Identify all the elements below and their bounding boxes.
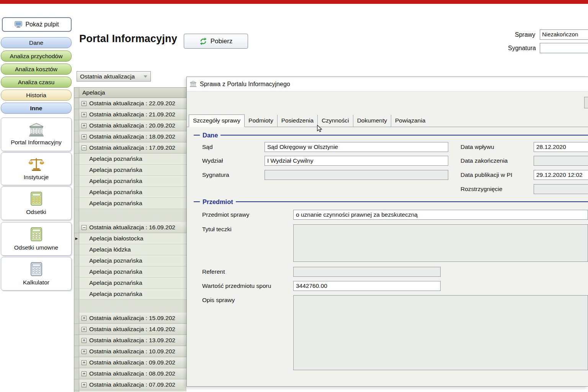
sidebar-item-historia[interactable]: Historia xyxy=(1,90,72,101)
grid-group-row[interactable]: −Ostatnia aktualizacja : 16.09.202 xyxy=(74,222,186,233)
sidebar-item-analiza-przychodow[interactable]: Analiza przychodów xyxy=(1,51,72,62)
data-zakonczenia-input[interactable] xyxy=(534,156,588,166)
tab-posiedzenia[interactable]: Posiedzenia xyxy=(277,115,317,127)
grid-group-row[interactable]: +Ostatnia aktualizacja : 13.09.202 xyxy=(74,335,186,346)
expand-icon[interactable]: + xyxy=(82,316,87,321)
sidebar-item-instytucje[interactable]: Instytucje xyxy=(1,152,72,185)
tab-czynności[interactable]: Czynności xyxy=(317,115,353,127)
tab-podmioty[interactable]: Podmioty xyxy=(245,115,277,127)
sidebar-item-inne[interactable]: Inne xyxy=(1,103,72,114)
wartosc-input[interactable]: 3442760.00 xyxy=(293,281,441,291)
wydzial-input[interactable]: I Wydział Cywilny xyxy=(265,156,448,166)
grid-group-row[interactable]: +Ostatnia aktualizacja : 09.09.202 xyxy=(74,357,186,368)
expand-icon[interactable]: + xyxy=(82,101,87,106)
row-label: Ostatnia aktualizacja : 21.09.202 xyxy=(89,111,175,118)
tytul-teczki-textarea[interactable] xyxy=(293,224,588,262)
header-gutter xyxy=(74,88,79,98)
grid-group-row[interactable]: +Ostatnia aktualizacja : 18.09.202 xyxy=(74,131,186,142)
rozstrzygniecie-label: Rozstrzygnięcie xyxy=(461,184,502,194)
tab-dokumenty[interactable]: Dokumenty xyxy=(353,115,391,127)
data-wplywu-input[interactable]: 28.12.2020 xyxy=(534,142,588,152)
tool-label: Kalkulator xyxy=(23,279,49,286)
section-title: Przedmiot xyxy=(203,198,233,206)
sidebar-item-kalkulator[interactable]: Kalkulator xyxy=(1,257,72,291)
scales-icon xyxy=(28,157,44,172)
tool-label: Odsetki umowne xyxy=(14,244,58,251)
row-indicator-gutter xyxy=(74,300,79,313)
grid-group-row[interactable]: +Ostatnia aktualizacja : 20.09.202 xyxy=(74,120,186,131)
section-line xyxy=(220,135,588,136)
tab-szczegóły-sprawy[interactable]: Szczegóły sprawy xyxy=(189,114,245,127)
sygnatura-label: Sygnatura xyxy=(508,45,536,52)
expand-icon[interactable]: + xyxy=(82,123,87,128)
grid-group-row[interactable]: +Ostatnia aktualizacja : 14.09.202 xyxy=(74,324,186,335)
expand-icon[interactable]: + xyxy=(82,349,87,354)
grid-item-row[interactable]: Apelacja poznańska xyxy=(74,255,186,266)
sad-label: Sąd xyxy=(202,142,213,152)
grid-item-row[interactable]: Apelacja poznańska xyxy=(74,278,186,289)
grid-group-row[interactable]: +Ostatnia aktualizacja : 10.09.202 xyxy=(74,346,186,357)
grid-item-row[interactable]: Apelacja poznańska xyxy=(74,289,186,300)
grid-group-row[interactable]: +Ostatnia aktualizacja : 22.09.202 xyxy=(74,98,186,109)
sidebar-item-dane[interactable]: Dane xyxy=(1,37,72,48)
pobierz-button[interactable]: Pobierz xyxy=(184,34,248,49)
grid-item-row[interactable]: Apelacja poznańska xyxy=(74,165,186,176)
grid-item-row[interactable]: Apelacja poznańska xyxy=(74,154,186,165)
data-publikacji-input[interactable]: 29.12.2020 12:02 xyxy=(534,170,588,180)
sprawy-dropdown[interactable]: Niezakończon xyxy=(540,29,588,40)
dialog-sygnatura-input[interactable] xyxy=(265,170,448,180)
przedmiot-sprawy-value: o uznanie czynności prawnej za bezskutec… xyxy=(296,211,418,218)
przedmiot-sprawy-input[interactable]: o uznanie czynności prawnej za bezskutec… xyxy=(293,210,588,220)
expand-icon[interactable]: + xyxy=(82,360,87,365)
clipped-toolbar-button[interactable] xyxy=(584,97,588,108)
grid-item-row[interactable]: Apelacja poznańska xyxy=(74,187,186,198)
sad-input[interactable]: Sąd Okręgowy w Olsztynie xyxy=(265,142,448,152)
sort-column-button[interactable]: Ostatnia aktualizacja xyxy=(77,71,151,82)
grid-item-row[interactable]: Apelacja poznańska xyxy=(74,176,186,187)
nav-label: Analiza przychodów xyxy=(10,53,63,60)
sidebar-item-analiza-kosztow[interactable]: Analiza kosztów xyxy=(1,64,72,75)
expand-icon[interactable]: + xyxy=(82,338,87,343)
grid-item-row[interactable]: Apelacja poznańska xyxy=(74,198,186,209)
expand-icon[interactable]: + xyxy=(82,371,87,376)
sad-value: Sąd Okręgowy w Olsztynie xyxy=(267,144,338,150)
sygnatura-input[interactable] xyxy=(540,43,588,53)
grid-group-row[interactable]: +Ostatnia aktualizacja : 21.09.202 xyxy=(74,109,186,120)
dialog-titlebar[interactable]: Sprawa z Portalu Informacyjnego xyxy=(187,77,588,91)
row-indicator-gutter xyxy=(74,324,79,335)
grid-item-row[interactable]: ▶Apelacja białostocka xyxy=(74,233,186,244)
sidebar-item-odsetki-umowne[interactable]: Odsetki umowne xyxy=(1,222,72,256)
selected-row-arrow-icon: ▶ xyxy=(75,237,78,240)
sidebar-item-odsetki[interactable]: Odsetki xyxy=(1,186,72,220)
tab-powiązania[interactable]: Powiązania xyxy=(391,115,429,127)
row-indicator-gutter xyxy=(74,209,79,222)
referent-input[interactable] xyxy=(293,267,441,277)
grid-group-row[interactable]: +Ostatnia aktualizacja : 06.09.202 xyxy=(74,390,186,392)
grid-column-header[interactable]: Apelacja xyxy=(74,87,186,98)
expand-icon[interactable]: + xyxy=(82,112,87,117)
dialog-toolbar xyxy=(187,91,588,114)
collapse-icon[interactable]: − xyxy=(82,225,87,230)
grid-group-row[interactable]: +Ostatnia aktualizacja : 07.09.202 xyxy=(74,379,186,390)
show-desktop-button[interactable]: Pokaż pulpit xyxy=(2,17,72,32)
row-label: Apelacja poznańska xyxy=(89,200,142,207)
collapse-icon[interactable]: − xyxy=(82,145,87,150)
grid-group-row[interactable]: +Ostatnia aktualizacja : 08.09.202 xyxy=(74,368,186,379)
grid-item-row[interactable]: Apelacja poznańska xyxy=(74,266,186,278)
rozstrzygniecie-input[interactable] xyxy=(534,184,588,194)
expand-icon[interactable]: + xyxy=(82,327,87,332)
row-indicator-gutter xyxy=(74,357,79,368)
expand-icon[interactable]: + xyxy=(82,134,87,139)
grid-group-row[interactable]: +Ostatnia aktualizacja : 15.09.202 xyxy=(74,313,186,324)
sidebar-item-portal-informacyjny[interactable]: Portal Informacyjny xyxy=(1,118,72,151)
row-label: Apelacja poznańska xyxy=(89,155,142,162)
sort-direction-icon[interactable] xyxy=(144,75,147,78)
grid-group-row[interactable]: −Ostatnia aktualizacja : 17.09.202 xyxy=(74,142,186,154)
sidebar-item-analiza-czasu[interactable]: Analiza czasu xyxy=(1,77,72,88)
grid-item-row[interactable]: Apelacja łódzka xyxy=(74,244,186,255)
expand-icon[interactable]: + xyxy=(82,382,87,387)
opis-sprawy-textarea[interactable] xyxy=(293,295,588,370)
dialog-title: Sprawa z Portalu Informacyjnego xyxy=(200,81,290,88)
grid-rows: +Ostatnia aktualizacja : 22.09.202+Ostat… xyxy=(74,98,186,392)
wydzial-label: Wydział xyxy=(202,156,223,166)
